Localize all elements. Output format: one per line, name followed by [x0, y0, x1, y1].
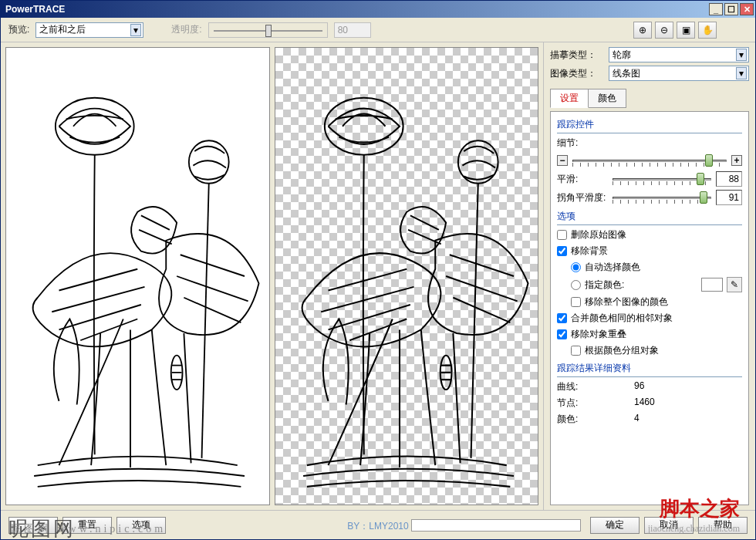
footer: 重置 选项 确定 取消 帮助 昵图网 昵图网 www.nipic.com BY：…	[1, 510, 755, 539]
preview-after[interactable]	[275, 47, 539, 505]
transparency-value[interactable]: 80	[334, 22, 371, 38]
tab-settings[interactable]: 设置	[550, 89, 589, 108]
image-type-select[interactable]: 线条图 ▾	[609, 66, 749, 81]
stat-curves: 曲线:96	[557, 380, 742, 393]
trace-type-select[interactable]: 轮廓 ▾	[609, 47, 749, 62]
settings-panel: 跟踪控件 细节: − + 平滑: 88 拐角平滑度: 91	[550, 111, 749, 505]
trace-controls-group: 跟踪控件	[557, 118, 742, 133]
image-type-value: 线条图	[613, 67, 640, 80]
color-swatch[interactable]	[701, 278, 723, 292]
results-group: 跟踪结果详细资料	[557, 362, 742, 377]
zoom-out-button[interactable]: ⊖	[655, 22, 673, 39]
chevron-down-icon: ▾	[736, 67, 747, 79]
zoom-in-icon: ⊕	[639, 25, 646, 35]
detail-plus-button[interactable]: +	[731, 155, 742, 166]
smooth-value[interactable]: 88	[716, 171, 742, 187]
watermark-site: 脚本之家	[660, 495, 740, 522]
trace-type-value: 轮廓	[613, 49, 631, 62]
maximize-button[interactable]: ☐	[724, 3, 738, 15]
eyedropper-button[interactable]: ✎	[727, 277, 742, 292]
fit-icon: ▣	[682, 25, 690, 35]
tab-colors[interactable]: 颜色	[588, 89, 626, 108]
remove-background-checkbox[interactable]: 移除背景	[557, 245, 742, 258]
side-panel: 描摹类型： 轮廓 ▾ 图像类型： 线条图 ▾ 设置 颜色 跟踪控件	[543, 42, 755, 510]
pan-button[interactable]: ✋	[698, 22, 717, 39]
delete-original-checkbox[interactable]: 删除原始图像	[557, 228, 742, 241]
eyedropper-icon: ✎	[731, 279, 738, 290]
preview-area	[1, 42, 543, 510]
preview-mode-select[interactable]: 之前和之后 ▾	[35, 22, 143, 38]
svg-point-3	[324, 98, 403, 155]
smooth-label: 平滑:	[557, 173, 608, 186]
zoom-fit-button[interactable]: ▣	[677, 22, 695, 39]
zoom-in-button[interactable]: ⊕	[633, 22, 652, 39]
merge-adjacent-checkbox[interactable]: 合并颜色相同的相邻对象	[557, 312, 742, 325]
corner-label: 拐角平滑度:	[557, 191, 608, 204]
preview-label: 预览:	[8, 23, 29, 36]
remove-overlap-checkbox[interactable]: 移除对象重叠	[557, 328, 742, 341]
ok-button[interactable]: 确定	[590, 517, 640, 534]
group-by-color-checkbox[interactable]: 根据颜色分组对象	[557, 344, 742, 357]
transparency-slider[interactable]	[208, 22, 328, 38]
trace-type-label: 描摹类型：	[550, 49, 604, 62]
options-group: 选项	[557, 210, 742, 225]
watermark-nipic-url: 昵图网 www.nipic.com	[10, 522, 166, 536]
image-type-label: 图像类型：	[550, 67, 604, 80]
detail-minus-button[interactable]: −	[557, 155, 568, 166]
auto-color-radio[interactable]: 自动选择颜色	[557, 261, 742, 274]
zoom-out-icon: ⊖	[660, 25, 668, 35]
corner-slider[interactable]	[613, 190, 711, 205]
progress-bar	[411, 519, 581, 532]
tabs: 设置 颜色	[550, 89, 749, 108]
toolbar: 预览: 之前和之后 ▾ 透明度: 80 ⊕ ⊖ ▣ ✋	[1, 18, 755, 42]
hand-icon: ✋	[702, 25, 714, 35]
remove-whole-color-checkbox[interactable]: 移除整个图像的颜色	[557, 295, 742, 309]
minimize-button[interactable]: _	[709, 3, 723, 15]
watermark-site-url: jiaocheng.chazidian.com	[648, 523, 740, 535]
window-title: PowerTRACE	[2, 4, 707, 15]
watermark-credit: BY：LMY2010	[347, 520, 408, 533]
close-button[interactable]: ✕	[740, 3, 754, 15]
corner-value[interactable]: 91	[716, 190, 742, 205]
stat-colors: 颜色:4	[557, 413, 742, 426]
transparency-label: 透明度:	[171, 23, 201, 36]
svg-point-0	[56, 98, 134, 155]
preview-mode-value: 之前和之后	[39, 23, 86, 36]
specify-color-radio[interactable]: 指定颜色: ✎	[557, 277, 742, 292]
preview-before[interactable]	[5, 47, 270, 505]
lotus-after-image	[275, 48, 538, 505]
smooth-slider[interactable]	[613, 171, 711, 187]
chevron-down-icon: ▾	[736, 49, 747, 61]
title-bar: PowerTRACE _ ☐ ✕	[1, 1, 755, 18]
detail-label: 细节:	[557, 137, 608, 150]
stat-nodes: 节点:1460	[557, 397, 742, 410]
lotus-before-image	[6, 48, 269, 505]
chevron-down-icon: ▾	[130, 24, 141, 36]
detail-slider[interactable]	[572, 153, 727, 168]
